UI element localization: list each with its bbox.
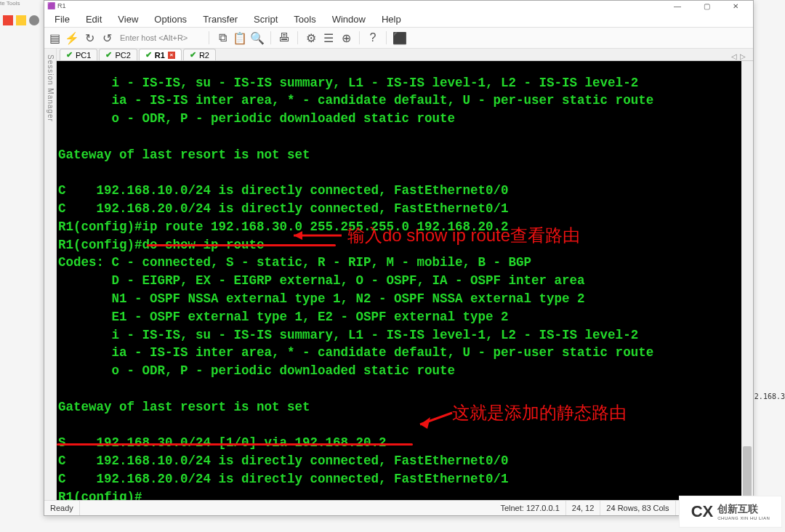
tab-label: PC1 [76,51,91,60]
connect-icon[interactable]: ▤ [49,32,60,44]
status-bar: Ready Telnet: 127.0.0.1 24, 12 24 Rows, … [44,500,753,515]
color-icon[interactable]: ⬛ [394,32,406,44]
close-tab-icon[interactable]: × [168,52,175,59]
status-ready: Ready [44,501,80,515]
menu-window[interactable]: Window [325,12,373,26]
copy-icon[interactable]: ⧉ [217,32,228,44]
bg-toolbar-fragment [0,10,47,31]
menu-options[interactable]: Options [147,12,194,26]
close-button[interactable]: ✕ [721,1,750,10]
reconnect-icon[interactable]: ↻ [84,32,95,44]
help-icon[interactable]: ? [367,32,379,44]
watermark-cn: 创新互联 [717,503,770,516]
host-input[interactable]: Enter host <Alt+R> [118,33,201,43]
menu-script[interactable]: Script [246,12,285,26]
title-bar: 🟪 R1 — ▢ ✕ [44,1,753,11]
status-connection: Telnet: 127.0.0.1 [494,501,565,515]
check-icon: ✔ [66,50,73,60]
tab-bar: ✔PC1 ✔PC2 ✔R1× ✔R2 ◁ ▷ [57,49,753,61]
status-terminal-size: 24 Rows, 83 Cols [600,501,675,515]
tab-pc1[interactable]: ✔PC1 [60,49,97,60]
maximize-button[interactable]: ▢ [692,1,721,10]
tab-pc2[interactable]: ✔PC2 [99,49,137,60]
find-icon[interactable]: 🔍 [251,32,263,44]
status-cursor-pos: 24, 12 [566,501,601,515]
tab-prev-icon[interactable]: ◁ [731,52,737,60]
watermark-logo: CX [691,502,714,521]
tab-label: PC2 [115,51,130,60]
disconnect-icon[interactable]: ↺ [101,32,113,44]
menu-file[interactable]: File [47,12,77,26]
tab-label: R2 [199,51,209,60]
session-manager-panel[interactable]: Session Manager [44,49,57,500]
scroll-thumb[interactable] [743,446,752,500]
terminal[interactable]: i - IS-IS, su - IS-IS summary, L1 - IS-I… [57,74,741,501]
app-icon: 🟪 [47,2,55,9]
quick-connect-icon[interactable]: ⚡ [66,32,78,44]
menu-help[interactable]: Help [374,12,408,26]
check-icon: ✔ [190,50,196,60]
menu-edit[interactable]: Edit [78,12,109,26]
minimize-button[interactable]: — [663,1,692,10]
print-icon[interactable]: 🖶 [278,32,290,44]
securecrt-window: 🟪 R1 — ▢ ✕ File Edit View Options Transf… [44,0,754,516]
options-icon[interactable]: ⚙ [305,32,317,44]
menu-tools[interactable]: Tools [286,12,323,26]
watermark-py: CHUANG XIN HU LIAN [717,516,770,520]
paste-icon[interactable]: 📋 [234,32,246,44]
tab-nav: ◁ ▷ [731,52,750,60]
check-icon: ✔ [105,50,112,60]
tab-label: R1 [155,51,165,60]
tab-r2[interactable]: ✔R2 [183,49,216,60]
session-manager-label: Session Manager [47,55,55,122]
scrollbar[interactable] [741,61,753,500]
bg-menu-fragment: te Tools [0,0,44,7]
toolbar: ▤ ⚡ ↻ ↺ Enter host <Alt+R> ⧉ 📋 🔍 🖶 ⚙ ☰ ⊕… [44,28,753,49]
menu-bar: File Edit View Options Transfer Script T… [44,11,753,28]
check-icon: ✔ [145,50,152,60]
bg-side-text: 92.168.3 [750,392,785,400]
tab-next-icon[interactable]: ▷ [740,52,746,60]
window-title: R1 [57,2,663,9]
watermark: CX 创新互联 CHUANG XIN HU LIAN [679,496,782,528]
menu-transfer[interactable]: Transfer [196,12,245,26]
session-options-icon[interactable]: ☰ [323,32,334,44]
menu-view[interactable]: View [110,12,145,26]
tab-r1[interactable]: ✔R1× [139,49,182,60]
toggle-icon[interactable]: ⊕ [340,32,352,44]
